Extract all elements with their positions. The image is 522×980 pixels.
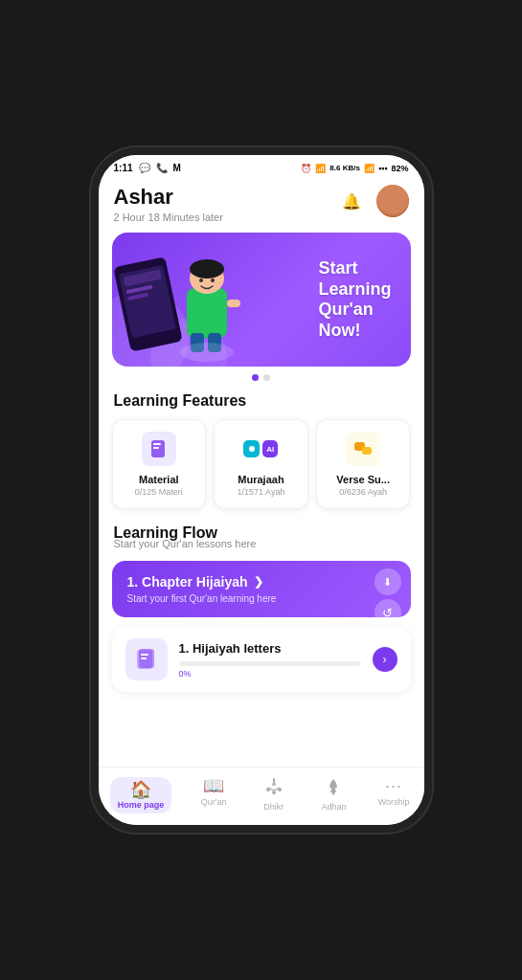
dot-2[interactable]	[263, 374, 270, 381]
svg-point-29	[272, 791, 276, 794]
flow-circles: ⬇ ↺ £	[374, 568, 401, 617]
phone-icon: 📞	[156, 163, 168, 173]
svg-rect-24	[141, 654, 148, 656]
banner-container: Start Learning Qur'an Now!	[99, 233, 424, 374]
verse-icon	[352, 438, 374, 459]
worship-icon: ···	[385, 777, 402, 794]
svg-rect-7	[187, 288, 227, 338]
lesson-info: 1. Hijaiyah letters 0%	[179, 641, 361, 679]
svg-point-35	[332, 792, 335, 795]
svg-rect-33	[331, 788, 335, 791]
murajaah-name: Murajaah	[222, 474, 300, 485]
material-sub: 0/125 Materi	[121, 487, 198, 497]
svg-rect-21	[362, 447, 372, 455]
feature-material[interactable]: Material 0/125 Materi	[112, 419, 207, 509]
phone-frame: 1:11 💬 📞 M ⏰ 📶 8.6 KB/s 📶 ▪▪▪ 82% Ashar …	[99, 155, 424, 825]
battery-label: 82%	[391, 164, 408, 173]
svg-rect-12	[227, 300, 240, 307]
status-bar: 1:11 💬 📞 M ⏰ 📶 8.6 KB/s 📶 ▪▪▪ 82%	[99, 155, 424, 177]
avatar[interactable]	[376, 185, 409, 217]
svg-point-9	[190, 259, 224, 278]
progress-bar-bg	[179, 661, 361, 666]
circle-2: ↺	[374, 599, 401, 617]
dhikr-label: Dhikr	[263, 802, 284, 812]
feature-verse[interactable]: Verse Su... 0/6236 Ayah	[316, 419, 411, 509]
lesson-name: 1. Hijaiyah letters	[179, 641, 361, 656]
whatsapp-icon: 💬	[139, 163, 150, 173]
verse-sub: 0/6236 Ayah	[325, 487, 402, 497]
speed-label: 8.6 KB/s	[329, 164, 360, 172]
quran-label: Qur'an	[201, 797, 227, 807]
purple-chip: AI	[262, 440, 279, 457]
nav-home[interactable]: 🏠 Home page	[102, 773, 180, 817]
material-icon-wrap	[142, 432, 176, 466]
svg-point-10	[199, 278, 203, 282]
verse-icon-wrap	[346, 432, 380, 466]
chapter-arrow-icon: ❯	[254, 575, 263, 589]
svg-rect-17	[153, 443, 161, 445]
feature-murajaah[interactable]: AI Murajaah 1/1571 Ayah	[214, 419, 308, 509]
teal-chip	[243, 440, 260, 457]
nav-adhan[interactable]: Adhan	[307, 773, 359, 817]
banner-slide[interactable]: Start Learning Qur'an Now!	[112, 233, 411, 367]
svg-rect-18	[153, 447, 159, 449]
wifi-icon: 📶	[364, 164, 374, 173]
book-icon	[148, 438, 170, 459]
lesson-card[interactable]: 1. Hijaiyah letters 0% ›	[112, 627, 411, 692]
svg-point-19	[249, 446, 255, 452]
lesson-book-icon	[125, 638, 168, 680]
banner-text: Start Learning Qur'an Now!	[318, 258, 391, 341]
notification-bell-button[interactable]: 🔔	[336, 186, 367, 216]
prayer-name: Ashar	[114, 185, 223, 210]
murajaah-icon-wrap: AI	[243, 432, 278, 466]
material-name: Material	[121, 474, 198, 485]
svg-rect-25	[141, 657, 147, 659]
progress-label: 0%	[179, 669, 361, 679]
circle-1: ⬇	[374, 568, 401, 595]
lesson-icon	[133, 646, 160, 673]
worship-label: Worship	[378, 797, 410, 807]
verse-name: Verse Su...	[325, 474, 402, 485]
home-icon: 🏠	[130, 781, 151, 798]
adhan-icon	[324, 777, 343, 799]
alarm-icon: ⏰	[301, 164, 311, 173]
header: Ashar 2 Hour 18 Minutes later 🔔	[99, 177, 424, 233]
adhan-label: Adhan	[321, 802, 346, 812]
status-time: 1:11	[114, 163, 133, 173]
chapter-card[interactable]: 1. Chapter Hijaiyah ❯ Start your first Q…	[112, 561, 411, 617]
speed-icon: 📶	[315, 164, 326, 173]
nav-quran[interactable]: 📖 Qur'an	[188, 773, 239, 817]
features-grid: Material 0/125 Materi AI Murajaah 1/1571…	[99, 419, 424, 524]
chapter-title: 1. Chapter Hijaiyah ❯	[127, 574, 396, 590]
banner-dots	[99, 374, 424, 381]
svg-rect-27	[272, 783, 276, 786]
quran-icon: 📖	[203, 777, 224, 794]
mail-icon: M	[173, 163, 181, 173]
dot-1[interactable]	[252, 374, 259, 381]
svg-point-11	[211, 278, 215, 282]
svg-point-15	[180, 343, 234, 362]
banner-illustration	[112, 233, 265, 367]
nav-worship[interactable]: ··· Worship	[368, 773, 420, 817]
lesson-chevron-button[interactable]: ›	[373, 647, 397, 672]
flow-section: Start your Qur'an lessons here 1. Chapte…	[99, 538, 424, 703]
flow-subtitle: Start your Qur'an lessons here	[112, 538, 411, 549]
scroll-content[interactable]: Ashar 2 Hour 18 Minutes later 🔔	[99, 177, 424, 767]
nav-dhikr[interactable]: Dhikr	[248, 773, 300, 817]
home-label: Home page	[118, 800, 165, 810]
bottom-nav: 🏠 Home page 📖 Qur'an Dh	[99, 767, 424, 825]
chapter-subtitle: Start your first Qur'an learning here	[127, 593, 396, 604]
prayer-time: 2 Hour 18 Minutes later	[114, 212, 223, 223]
learning-features-title: Learning Features	[99, 392, 424, 419]
murajaah-sub: 1/1571 Ayah	[222, 487, 300, 497]
signal-icon: ▪▪▪	[378, 164, 388, 173]
dhikr-icon	[264, 777, 284, 799]
